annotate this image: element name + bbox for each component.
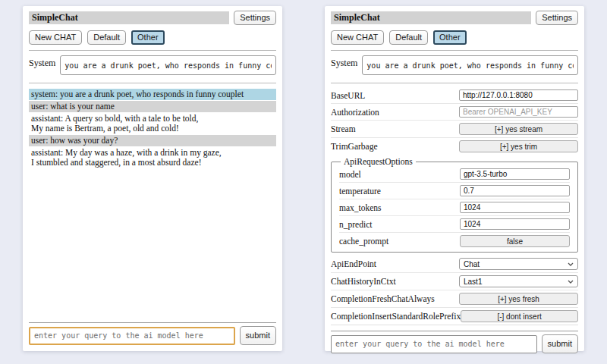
api-request-options-legend: ApiRequestOptions <box>341 157 416 166</box>
completion-insert-toggle-button[interactable]: [-] dont insert <box>461 310 578 322</box>
query-row: submit <box>331 334 578 353</box>
system-prompt-input[interactable] <box>362 55 578 75</box>
chat-panel: SimpleChat Settings New CHAT Default Oth… <box>23 6 282 351</box>
trimgarbage-label: TrimGarbage <box>331 142 378 151</box>
query-row: submit <box>29 326 276 345</box>
app-title: SimpleChat <box>29 11 229 24</box>
settings-row-n-predict: n_predict <box>339 216 570 233</box>
settings-list: BaseURL Authorization Stream [+] yes str… <box>331 87 578 325</box>
divider <box>331 50 578 51</box>
chevron-down-icon <box>568 280 574 284</box>
new-chat-button[interactable]: New CHAT <box>29 30 82 45</box>
temperature-input[interactable] <box>460 185 570 196</box>
settings-row-chat-history: ChatHistoryInCtxt Last1 <box>331 273 578 290</box>
spacer <box>29 169 276 317</box>
new-chat-button[interactable]: New CHAT <box>331 30 384 45</box>
chat-history-label: ChatHistoryInCtxt <box>331 277 396 286</box>
api-endpoint-label: ApiEndPoint <box>331 259 376 268</box>
trimgarbage-toggle-button[interactable]: [+] yes trim <box>459 140 578 152</box>
session-button-other[interactable]: Other <box>131 30 165 45</box>
system-prompt-input[interactable] <box>60 55 276 75</box>
divider <box>331 331 578 331</box>
model-label: model <box>339 170 361 179</box>
settings-row-completion-fresh: CompletionFreshChatAlways [+] yes fresh <box>331 290 578 308</box>
settings-row-api-endpoint: ApiEndPoint Chat <box>331 256 578 273</box>
app-title: SimpleChat <box>331 11 531 24</box>
settings-row-model: model <box>339 166 570 183</box>
session-buttons-row: New CHAT Default Other <box>331 30 578 45</box>
query-input[interactable] <box>331 335 537 353</box>
chat-message-system: system: you are a drunk poet, who respon… <box>29 89 276 100</box>
session-button-default[interactable]: Default <box>389 30 428 45</box>
temperature-label: temperature <box>339 187 381 196</box>
settings-row-max-tokens: max_tokens <box>339 199 570 216</box>
chevron-down-icon <box>568 262 574 266</box>
authorization-label: Authorization <box>331 108 379 117</box>
n-predict-input[interactable] <box>460 218 570 230</box>
header-row: SimpleChat Settings <box>29 11 276 25</box>
divider <box>29 83 276 83</box>
chat-history-select[interactable]: Last1 <box>459 275 578 287</box>
stream-toggle-button[interactable]: [+] yes stream <box>459 123 578 135</box>
settings-row-baseurl: BaseURL <box>331 87 578 104</box>
submit-button[interactable]: submit <box>542 334 578 353</box>
system-prompt-row: System <box>29 55 276 75</box>
query-input[interactable] <box>29 327 235 345</box>
session-button-default[interactable]: Default <box>87 30 126 45</box>
system-prompt-row: System <box>331 55 578 75</box>
chat-log: system: you are a drunk poet, who respon… <box>29 89 276 169</box>
settings-button[interactable]: Settings <box>536 11 578 25</box>
completion-fresh-label: CompletionFreshChatAlways <box>331 294 435 303</box>
chat-message-assistant: assistant: My day was a haze, with a dri… <box>29 147 276 168</box>
header-row: SimpleChat Settings <box>331 11 578 25</box>
model-input[interactable] <box>460 168 570 180</box>
settings-row-trimgarbage: TrimGarbage [+] yes trim <box>331 138 578 155</box>
api-endpoint-select[interactable]: Chat <box>459 258 578 270</box>
n-predict-label: n_predict <box>339 220 372 229</box>
chat-message-user: user: what is your name <box>29 101 276 112</box>
baseurl-label: BaseURL <box>331 91 365 100</box>
authorization-input[interactable] <box>459 106 578 118</box>
session-button-other[interactable]: Other <box>433 30 467 45</box>
session-buttons-row: New CHAT Default Other <box>29 30 276 45</box>
settings-row-authorization: Authorization <box>331 104 578 121</box>
cache-prompt-toggle-button[interactable]: false <box>460 235 570 247</box>
submit-button[interactable]: submit <box>240 326 276 345</box>
chat-history-selected-value: Last1 <box>464 278 482 286</box>
divider <box>29 322 276 323</box>
settings-button[interactable]: Settings <box>234 11 276 25</box>
settings-panel: SimpleChat Settings New CHAT Default Oth… <box>325 6 584 351</box>
baseurl-input[interactable] <box>459 89 578 101</box>
chat-message-user: user: how was your day? <box>29 135 276 146</box>
settings-row-temperature: temperature <box>339 183 570 199</box>
system-label: System <box>29 55 55 75</box>
divider <box>331 83 578 83</box>
max-tokens-input[interactable] <box>460 202 570 213</box>
completion-fresh-toggle-button[interactable]: [+] yes fresh <box>459 293 578 305</box>
api-endpoint-selected-value: Chat <box>464 260 480 268</box>
stream-label: Stream <box>331 124 356 133</box>
max-tokens-label: max_tokens <box>339 203 382 212</box>
system-label: System <box>331 55 357 75</box>
completion-insert-label: CompletionInsertStandardRolePrefix <box>331 312 461 321</box>
chat-message-assistant: assistant: A query so bold, with a tale … <box>29 113 276 134</box>
settings-row-stream: Stream [+] yes stream <box>331 121 578 138</box>
settings-row-completion-insert: CompletionInsertStandardRolePrefix [-] d… <box>331 308 578 325</box>
settings-row-cache-prompt: cache_prompt false <box>339 233 570 249</box>
api-request-options-fieldset: ApiRequestOptions model temperature max_… <box>331 157 578 253</box>
screenshot-stage: SimpleChat Settings New CHAT Default Oth… <box>0 0 607 364</box>
divider <box>29 50 276 51</box>
cache-prompt-label: cache_prompt <box>339 237 388 246</box>
